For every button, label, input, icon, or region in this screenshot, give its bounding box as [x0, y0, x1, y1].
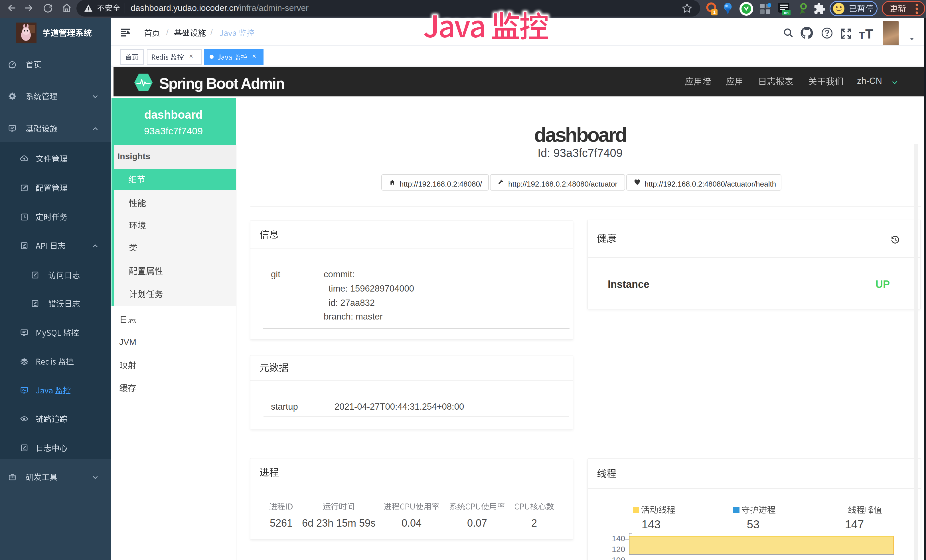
- svg-text:1: 1: [713, 10, 716, 15]
- svg-text:on: on: [784, 11, 788, 15]
